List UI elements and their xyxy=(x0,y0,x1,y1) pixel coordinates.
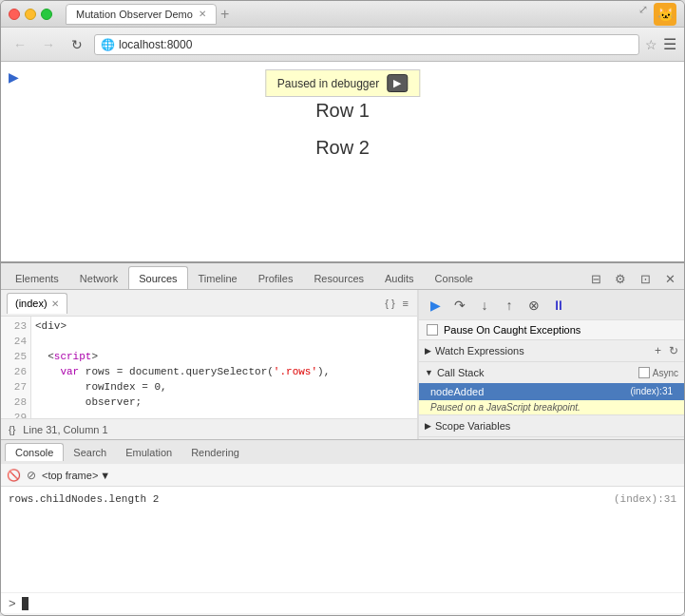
console-tab-rendering[interactable]: Rendering xyxy=(181,444,249,461)
call-stack-item-nodeadded[interactable]: nodeAdded (index):31 xyxy=(419,383,684,400)
paused-message: Paused on a JavaScript breakpoint. xyxy=(419,400,684,414)
forward-button[interactable]: → xyxy=(37,33,60,56)
row2-text: Row 2 xyxy=(315,137,370,159)
source-search-btn[interactable]: ≡ xyxy=(400,298,411,309)
watch-expressions-header[interactable]: ▶ Watch Expressions + ↻ xyxy=(419,340,684,361)
browser-tab[interactable]: Mutation Observer Demo ✕ xyxy=(66,4,217,25)
lock-icon: 🌐 xyxy=(101,38,115,51)
close-button[interactable] xyxy=(9,9,20,20)
source-header-buttons: { } ≡ xyxy=(382,298,411,309)
devtools-main: (index) ✕ { } ≡ 23 24 25 26 xyxy=(1,290,684,439)
async-checkbox[interactable]: Async xyxy=(638,367,678,378)
menu-icon[interactable]: ☰ xyxy=(663,35,676,53)
console-filter-icon[interactable]: ⊘ xyxy=(27,469,36,482)
deactivate-breakpoints-button[interactable]: ⊗ xyxy=(523,295,544,316)
debugger-banner: Paused in debugger ▶ xyxy=(265,69,420,97)
devtools-dock-icon[interactable]: ⊡ xyxy=(635,268,656,289)
cat-icon: 🐱 xyxy=(654,3,676,26)
pause-exceptions-row: Pause On Caught Exceptions xyxy=(419,320,684,339)
watch-arrow-icon: ▶ xyxy=(425,346,431,356)
call-stack-header[interactable]: ▼ Call Stack Async xyxy=(419,362,684,383)
window-icons: ⤢ 🐱 xyxy=(637,3,676,26)
new-tab-button[interactable]: + xyxy=(220,6,229,23)
pause-on-exception-button[interactable]: ⏸ xyxy=(548,295,569,316)
console-output-text: rows.childNodes.length 2 xyxy=(9,491,159,508)
console-area: 🚫 ⊘ <top frame> ▼ rows.childNodes.length… xyxy=(1,464,684,613)
bookmark-icon[interactable]: ☆ xyxy=(645,37,657,52)
line-num-29: 29 xyxy=(1,410,27,418)
tab-network[interactable]: Network xyxy=(69,266,128,289)
tab-resources[interactable]: Resources xyxy=(303,266,374,289)
source-file-tab[interactable]: (index) ✕ xyxy=(7,293,67,314)
resize-icon[interactable]: ⤢ xyxy=(637,3,650,16)
console-frame-dropdown-icon: ▼ xyxy=(100,470,110,481)
line-num-26: 26 xyxy=(1,364,27,379)
console-frame-select[interactable]: <top frame> ▼ xyxy=(42,470,110,481)
tab-elements[interactable]: Elements xyxy=(5,266,69,289)
console-output: rows.childNodes.length 2 (index):31 xyxy=(1,487,684,592)
step-into-button[interactable]: ↓ xyxy=(474,295,495,316)
nav-bar: ← → ↻ 🌐 localhost:8000 ☆ ☰ xyxy=(1,28,684,62)
tab-sources[interactable]: Sources xyxy=(128,266,187,289)
console-frame-label: <top frame> xyxy=(42,470,98,481)
watch-add-icon[interactable]: + xyxy=(655,344,661,357)
line-num-25: 25 xyxy=(1,349,27,364)
console-tabs: Console Search Emulation Rendering xyxy=(1,439,684,464)
source-tab-close-icon[interactable]: ✕ xyxy=(51,298,59,309)
line-num-27: 27 xyxy=(1,379,27,395)
scope-variables-header[interactable]: ▶ Scope Variables xyxy=(419,415,684,436)
debug-toolbar: ▶ ↷ ↓ ↑ ⊗ ⏸ xyxy=(419,290,684,320)
source-header: (index) ✕ { } ≡ xyxy=(1,290,417,317)
line-num-23: 23 xyxy=(1,318,27,334)
paused-banner: Paused in debugger ▶ xyxy=(265,69,420,97)
line-num-28: 28 xyxy=(1,395,27,410)
tab-timeline[interactable]: Timeline xyxy=(188,266,248,289)
console-toolbar: 🚫 ⊘ <top frame> ▼ xyxy=(1,464,684,487)
scope-variables-label: Scope Variables xyxy=(435,420,510,432)
resume-icon: ▶ xyxy=(393,77,401,88)
console-clear-icon[interactable]: 🚫 xyxy=(7,469,21,482)
title-bar: Mutation Observer Demo ✕ + ⤢ 🐱 xyxy=(1,1,684,28)
console-tab-emulation[interactable]: Emulation xyxy=(116,444,181,461)
console-tab-search[interactable]: Search xyxy=(64,444,116,461)
tab-area: Mutation Observer Demo ✕ + xyxy=(58,4,631,25)
minimize-button[interactable] xyxy=(25,9,36,20)
step-out-button[interactable]: ↑ xyxy=(499,295,520,316)
tab-profiles[interactable]: Profiles xyxy=(248,266,304,289)
code-line-25: <script> xyxy=(35,349,413,364)
console-cursor xyxy=(22,597,29,610)
url-text: localhost:8000 xyxy=(119,38,192,51)
paused-text: Paused in debugger xyxy=(277,77,379,90)
devtools-drawer-icon[interactable]: ⊟ xyxy=(585,268,606,289)
pause-exceptions-checkbox[interactable] xyxy=(427,324,438,336)
code-lines[interactable]: <div> <script> var rows = document.query… xyxy=(31,317,417,418)
traffic-lights xyxy=(9,9,52,20)
code-line-23: <div> xyxy=(35,318,413,334)
step-over-button[interactable]: ↷ xyxy=(449,295,470,316)
devtools-settings-icon[interactable]: ⚙ xyxy=(610,268,631,289)
code-line-29 xyxy=(35,410,413,418)
tab-title: Mutation Observer Demo xyxy=(76,9,193,20)
resume-button[interactable]: ▶ xyxy=(387,74,408,92)
address-bar[interactable]: 🌐 localhost:8000 xyxy=(94,34,639,55)
source-format-btn[interactable]: { } xyxy=(382,298,397,309)
console-output-link[interactable]: (index):31 xyxy=(614,491,676,508)
pause-exceptions-label: Pause On Caught Exceptions xyxy=(444,324,580,336)
watch-refresh-icon[interactable]: ↻ xyxy=(669,344,678,357)
tab-close-icon[interactable]: ✕ xyxy=(199,9,206,19)
line-num-24: 24 xyxy=(1,334,27,349)
devtools-close-icon[interactable]: ✕ xyxy=(659,268,680,289)
watch-expressions-section: ▶ Watch Expressions + ↻ xyxy=(419,340,684,362)
scope-variables-section: ▶ Scope Variables xyxy=(419,415,684,437)
back-button[interactable]: ← xyxy=(9,33,31,56)
resume-debug-button[interactable]: ▶ xyxy=(425,295,446,316)
tab-audits[interactable]: Audits xyxy=(374,266,425,289)
maximize-button[interactable] xyxy=(41,9,52,20)
devtools-panel: Elements Network Sources Timeline Profil… xyxy=(1,261,684,613)
source-code-view: 23 24 25 26 27 28 29 30 31 32 33 34 xyxy=(1,317,417,418)
code-line-26: var rows = document.querySelector('.rows… xyxy=(35,364,413,379)
reload-button[interactable]: ↻ xyxy=(66,33,88,56)
async-check[interactable] xyxy=(638,367,650,378)
console-tab-console[interactable]: Console xyxy=(5,443,64,461)
tab-console[interactable]: Console xyxy=(425,266,484,289)
